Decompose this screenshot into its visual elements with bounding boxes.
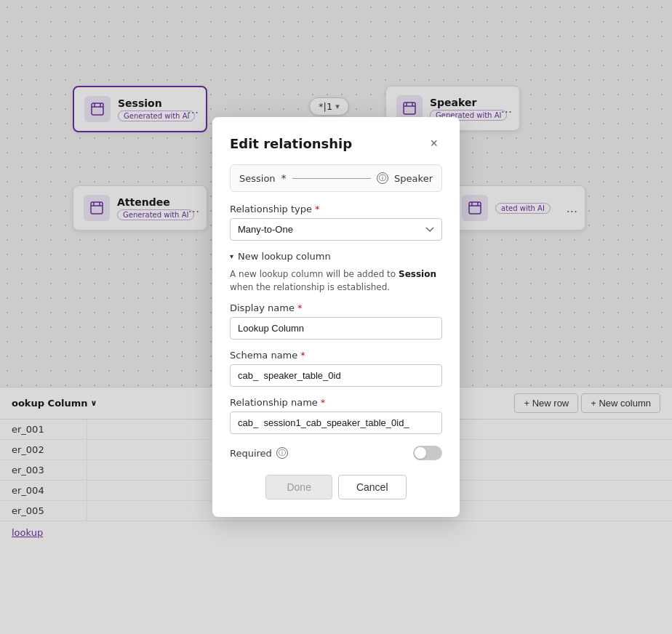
rel-type-required: *	[315, 204, 320, 214]
display-name-label: Display name *	[230, 302, 442, 313]
required-label: Required ⓘ	[230, 447, 288, 459]
modal-header: Edit relationship ×	[230, 135, 442, 153]
modal-overlay: Edit relationship × Session * ⓘ Speaker …	[0, 0, 672, 634]
rel-from-label: Session	[239, 173, 276, 184]
relationship-name-input[interactable]	[230, 412, 442, 434]
rel-info-circle: ⓘ	[377, 172, 388, 184]
schema-name-input[interactable]	[230, 364, 442, 387]
done-button: Done	[265, 475, 332, 499]
display-name-group: Display name *	[230, 302, 442, 340]
relationship-type-label: Relationship type *	[230, 204, 442, 214]
relationship-type-select[interactable]: Many-to-One One-to-Many One-to-One	[230, 218, 442, 241]
relationship-type-group: Relationship type * Many-to-One One-to-M…	[230, 204, 442, 241]
edit-relationship-modal: Edit relationship × Session * ⓘ Speaker …	[212, 117, 460, 517]
schema-name-group: Schema name *	[230, 350, 442, 387]
lookup-toggle[interactable]: ▾ New lookup column	[230, 251, 442, 262]
lookup-description: A new lookup column will be added to Ses…	[230, 268, 442, 294]
lookup-chevron-icon: ▾	[230, 252, 233, 260]
rel-asterisk: *	[281, 172, 287, 184]
relationship-name-group: Relationship name *	[230, 397, 442, 434]
schema-name-label: Schema name *	[230, 350, 442, 361]
cancel-button[interactable]: Cancel	[338, 475, 407, 499]
lookup-section: ▾ New lookup column A new lookup column …	[230, 251, 442, 434]
lookup-toggle-label: New lookup column	[238, 251, 331, 262]
rel-line	[292, 178, 372, 179]
required-row: Required ⓘ	[230, 446, 442, 460]
required-info-icon: ⓘ	[276, 447, 288, 459]
rel-to-label: Speaker	[394, 173, 433, 184]
toggle-knob	[415, 447, 426, 459]
display-name-input[interactable]	[230, 317, 442, 340]
required-toggle[interactable]	[413, 446, 442, 460]
modal-close-button[interactable]: ×	[425, 135, 442, 153]
relationship-display: Session * ⓘ Speaker	[230, 164, 442, 192]
relationship-name-label: Relationship name *	[230, 397, 442, 408]
modal-footer: Done Cancel	[230, 475, 442, 499]
modal-title: Edit relationship	[230, 136, 352, 151]
